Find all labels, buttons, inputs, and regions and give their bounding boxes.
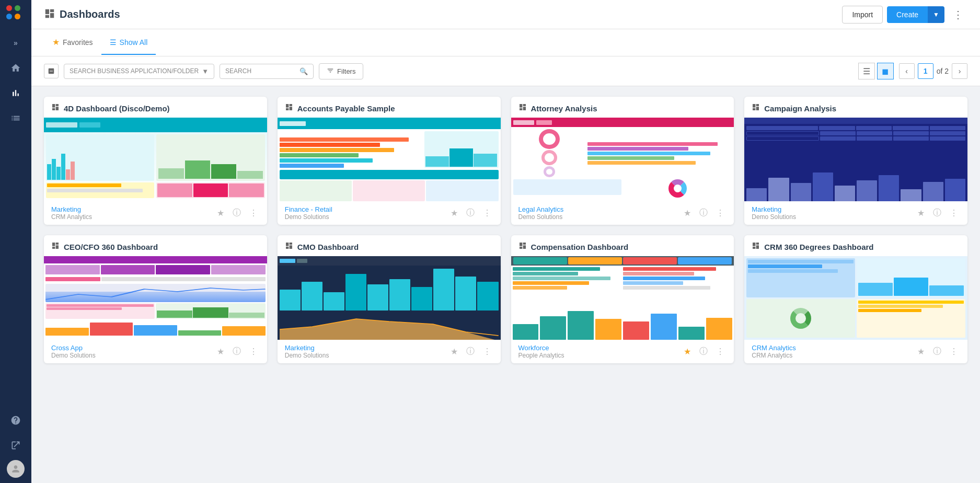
share-icon[interactable] — [5, 435, 26, 456]
card-title-campaign[interactable]: Campaign Analysis — [764, 104, 836, 113]
card-meta-compensation: Workforce People Analytics — [518, 344, 682, 359]
user-avatar[interactable] — [7, 460, 25, 478]
card-category-attorney[interactable]: Legal Analytics — [518, 205, 682, 213]
card-title-crm360[interactable]: CRM 360 Degrees Dashboard — [764, 243, 873, 251]
dashboards-icon — [44, 8, 55, 21]
card-info-button-4d[interactable]: ⓘ — [230, 206, 243, 220]
list-view-button[interactable]: ☰ — [858, 63, 875, 79]
filter-icon — [327, 67, 334, 76]
create-button[interactable]: Create — [887, 6, 928, 23]
card-title-compensation[interactable]: Compensation Dashboard — [531, 243, 629, 251]
card-subcategory-cmo: Demo Solutions — [285, 352, 448, 359]
card-category-compensation[interactable]: Workforce — [518, 344, 682, 352]
card-category-ap[interactable]: Finance - Retail — [285, 205, 448, 213]
content-area: ★ Favorites ☰ Show All SEARCH BUSINESS A… — [31, 29, 980, 483]
card-title-ap[interactable]: Accounts Payable Sample — [297, 104, 395, 113]
card-category-cmo[interactable]: Marketing — [285, 344, 448, 352]
card-thumbnail-compensation[interactable] — [511, 256, 734, 340]
card-star-button-attorney[interactable]: ★ — [682, 207, 693, 219]
dashboard-card-campaign: Campaign Analysis — [744, 97, 967, 225]
card-more-button-cmo[interactable]: ⋮ — [481, 346, 493, 358]
card-subcategory-crm360: CRM Analytics — [752, 352, 915, 359]
card-more-button-compensation[interactable]: ⋮ — [714, 346, 727, 358]
card-info-button-ceo[interactable]: ⓘ — [230, 345, 243, 358]
dashboard-card-attorney: Attorney Analysis — [511, 97, 734, 225]
card-header-cmo: CMO Dashboard — [278, 235, 501, 256]
card-title-attorney[interactable]: Attorney Analysis — [531, 104, 597, 113]
card-subcategory-4d: CRM Analytics — [51, 213, 215, 221]
filters-button[interactable]: Filters — [319, 63, 363, 79]
card-more-button-campaign[interactable]: ⋮ — [948, 207, 960, 219]
card-info-button-compensation[interactable]: ⓘ — [697, 345, 710, 358]
card-star-button-ap[interactable]: ★ — [448, 207, 460, 219]
card-star-button-ceo[interactable]: ★ — [215, 346, 226, 358]
card-thumbnail-campaign[interactable] — [744, 118, 967, 201]
card-thumbnail-4d[interactable] — [44, 118, 267, 201]
create-dropdown-button[interactable]: ▼ — [928, 6, 944, 23]
card-info-button-campaign[interactable]: ⓘ — [931, 206, 943, 220]
card-more-button-ceo[interactable]: ⋮ — [247, 346, 260, 358]
next-page-button[interactable]: › — [952, 63, 967, 79]
card-star-button-compensation[interactable]: ★ — [682, 346, 693, 358]
folder-select[interactable]: SEARCH BUSINESS APPLICATION/FOLDER ▼ — [64, 64, 214, 79]
card-actions-compensation: ★ ⓘ ⋮ — [682, 345, 727, 358]
dashboard-card-ap: Accounts Payable Sample — [278, 97, 501, 225]
import-button[interactable]: Import — [842, 6, 883, 24]
card-actions-attorney: ★ ⓘ ⋮ — [682, 206, 727, 220]
card-header-4d: 4D Dashboard (Disco/Demo) — [44, 97, 267, 118]
card-header-attorney: Attorney Analysis — [511, 97, 734, 118]
card-thumbnail-ceo[interactable] — [44, 256, 267, 340]
card-more-button-ap[interactable]: ⋮ — [481, 207, 493, 219]
card-category-4d[interactable]: Marketing — [51, 205, 215, 213]
card-star-button-campaign[interactable]: ★ — [915, 207, 927, 219]
card-thumbnail-attorney[interactable] — [511, 118, 734, 201]
dashboard-card-icon — [51, 242, 60, 252]
card-star-button-4d[interactable]: ★ — [215, 207, 226, 219]
card-category-crm360[interactable]: CRM Analytics — [752, 344, 915, 352]
collapse-icon[interactable]: » — [5, 32, 26, 53]
card-more-button-4d[interactable]: ⋮ — [247, 207, 260, 219]
card-title-4d[interactable]: 4D Dashboard (Disco/Demo) — [64, 104, 170, 113]
card-footer-ap: Finance - Retail Demo Solutions ★ ⓘ ⋮ — [278, 201, 501, 225]
app-logo[interactable] — [6, 5, 25, 24]
search-input-area[interactable]: SEARCH 🔍 — [220, 64, 314, 79]
grid-view-button[interactable]: ◼ — [877, 63, 894, 79]
tab-favorites[interactable]: ★ Favorites — [44, 30, 101, 55]
tab-show-all[interactable]: ☰ Show All — [101, 31, 156, 55]
card-meta-ceo: Cross App Demo Solutions — [51, 344, 215, 359]
card-more-button-attorney[interactable]: ⋮ — [714, 207, 727, 219]
card-thumbnail-ap[interactable] — [278, 118, 501, 201]
filters-row: SEARCH BUSINESS APPLICATION/FOLDER ▼ SEA… — [31, 56, 980, 86]
dashboard-card-icon — [285, 103, 293, 113]
card-star-button-crm360[interactable]: ★ — [915, 346, 927, 358]
dashboard-card-icon — [51, 103, 60, 113]
card-thumbnail-crm360[interactable] — [744, 256, 967, 340]
card-info-button-cmo[interactable]: ⓘ — [464, 345, 477, 358]
top-header: Dashboards Import Create ▼ ⋮ — [31, 0, 980, 29]
home-icon[interactable] — [5, 58, 26, 78]
card-subcategory-compensation: People Analytics — [518, 352, 682, 359]
card-info-button-crm360[interactable]: ⓘ — [931, 345, 943, 358]
card-title-cmo[interactable]: CMO Dashboard — [297, 243, 359, 251]
card-category-campaign[interactable]: Marketing — [752, 205, 915, 213]
header-actions: Import Create ▼ ⋮ — [842, 6, 967, 24]
card-info-button-attorney[interactable]: ⓘ — [697, 206, 710, 220]
help-icon[interactable] — [5, 410, 26, 431]
card-actions-4d: ★ ⓘ ⋮ — [215, 206, 260, 220]
dashboard-card-4d: 4D Dashboard (Disco/Demo) — [44, 97, 267, 225]
card-category-ceo[interactable]: Cross App — [51, 344, 215, 352]
chart-icon[interactable] — [5, 83, 26, 104]
card-info-button-ap[interactable]: ⓘ — [464, 206, 477, 220]
page-title: Dashboards — [60, 8, 120, 20]
card-title-ceo[interactable]: CEO/CFO 360 Dashboard — [64, 243, 158, 251]
list-icon[interactable] — [5, 108, 26, 129]
header-more-button[interactable]: ⋮ — [949, 6, 967, 23]
card-star-button-cmo[interactable]: ★ — [448, 346, 460, 358]
card-more-button-crm360[interactable]: ⋮ — [948, 346, 960, 358]
select-all-checkbox[interactable] — [44, 64, 59, 78]
card-thumbnail-cmo[interactable] — [278, 256, 501, 340]
prev-page-button[interactable]: ‹ — [899, 63, 915, 79]
dashboard-card-compensation: Compensation Dashboard — [511, 235, 734, 363]
current-page[interactable]: 1 — [918, 63, 933, 79]
view-controls: ☰ ◼ — [858, 63, 894, 79]
